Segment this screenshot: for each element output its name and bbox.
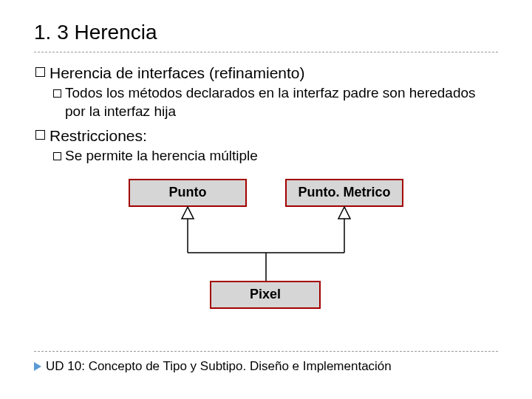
square-bullet-icon xyxy=(35,67,45,77)
bullet-1-text: Herencia de interfaces (refinamiento) xyxy=(50,63,305,83)
slide-footer: UD 10: Concepto de Tipo y Subtipo. Diseñ… xyxy=(34,351,498,374)
slide-title: 1. 3 Herencia xyxy=(34,21,498,44)
bullet-1: Herencia de interfaces (refinamiento) xyxy=(35,63,498,83)
uml-class-pixel: Pixel xyxy=(210,281,321,309)
uml-class-punto-metrico: Punto. Metrico xyxy=(285,179,403,207)
square-bullet-icon xyxy=(53,152,61,160)
bullet-1-1: Todos los métodos declarados en la inter… xyxy=(53,84,498,120)
bullet-2-1-text: Se permite la herencia múltiple xyxy=(65,147,258,166)
inheritance-arrow-icon xyxy=(338,207,350,219)
bullet-2: Restricciones: xyxy=(35,126,498,146)
slide: 1. 3 Herencia Herencia de interfaces (re… xyxy=(0,0,532,399)
footer-text: UD 10: Concepto de Tipo y Subtipo. Diseñ… xyxy=(46,359,392,374)
square-bullet-icon xyxy=(35,130,45,140)
uml-class-punto: Punto xyxy=(129,179,247,207)
square-bullet-icon xyxy=(53,89,61,98)
bullet-2-1: Se permite la herencia múltiple xyxy=(53,147,498,166)
title-separator xyxy=(34,52,498,52)
bullet-2-text: Restricciones: xyxy=(50,126,147,146)
footer-arrow-icon xyxy=(34,362,41,371)
bullet-1-1-text: Todos los métodos declarados en la inter… xyxy=(65,84,479,120)
inheritance-arrow-icon xyxy=(182,207,194,219)
uml-diagram: Punto Punto. Metrico Pixel xyxy=(115,179,418,319)
footer-separator xyxy=(34,351,498,352)
